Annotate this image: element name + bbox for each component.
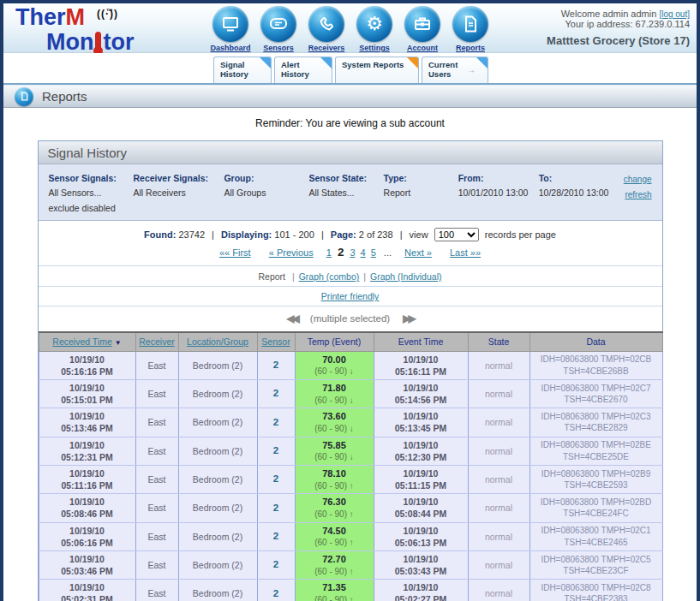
filter-label: Sensor State: [308,173,378,183]
cell-state: normal [468,379,529,408]
pagination-page-1[interactable]: 1 [326,247,332,258]
pagination-next[interactable]: Next » [404,247,432,258]
cell-received-time: 10/19/1005:03:46 PM [39,550,135,579]
logout-link[interactable]: [log out] [659,9,690,19]
separator: | [363,271,366,282]
nav-account[interactable]: Account [401,6,444,52]
sort-descending-icon: ▼ [115,339,122,347]
cell-data: IDH=08063800 TMPH=02BDTSH=4CBE24FC [529,494,662,522]
cell-received-time: 10/19/1005:16:16 PM [39,351,135,379]
cell-data: IDH=08063800 TMPH=02B9TSH=4CBE2593 [529,465,662,493]
cell-received-time: 10/19/1005:12:31 PM [39,437,135,465]
cell-received-time: 10/19/1005:11:16 PM [39,465,135,493]
cell-receiver: East [135,465,178,493]
nav-dashboard[interactable]: Dashboard [209,6,252,52]
cell-received-time: 10/19/1005:02:31 PM [39,580,135,601]
nav-receivers[interactable]: Receivers [305,6,348,52]
cell-location-group: Bedroom (2) [178,522,257,550]
cell-location-group: Bedroom (2) [178,580,257,601]
filter-value: All Receivers [134,187,219,198]
cell-state: normal [468,351,529,379]
selector-next-icon[interactable]: ▶▶ [403,312,413,324]
column-header-sensor[interactable]: Sensor [257,332,295,351]
view-label: view [410,229,428,240]
cell-location-group: Bedroom (2) [178,408,257,437]
filter-label: To: [539,173,619,183]
filter-extra: exclude disabled [49,203,129,213]
pagination-last[interactable]: Last »» [450,247,481,258]
change-link[interactable]: change [624,175,652,184]
main-nav: DashboardSensorsReceivers⚙SettingsAccoun… [209,6,492,52]
view-mode-graph-combo[interactable]: Graph (combo) [299,271,360,282]
cell-sensor: 2 [257,580,295,601]
cell-event-time: 10/19/1005:08:44 PM [374,494,468,522]
tabs: Signal HistoryAlert HistorySystem Report… [213,57,488,83]
cell-data: IDH=08063800 TMPH=02BETSH=4CBE25DE [529,437,662,465]
gear-icon: ⚙ [356,6,392,42]
separator: | [400,229,403,240]
page-value: 2 of 238 [359,229,393,240]
printer-friendly-link[interactable]: Printer friendly [321,291,380,301]
cell-event-time: 10/19/1005:12:30 PM [374,437,468,465]
tab-current-users[interactable]: Current Users→ [422,57,488,83]
page-label: Page: [331,229,356,240]
separator: | [212,229,214,240]
welcome-text: Welcome admin admin [561,9,657,19]
cell-temp-event: 70.00(60 - 90) ↓ [295,351,374,379]
filter-value: 10/01/2010 13:00 [458,187,534,198]
filter-value: 10/28/2010 13:00 [539,187,619,198]
cell-temp-event: 76.30(60 - 90) ↑ [295,494,374,522]
refresh-link[interactable]: refresh [624,190,652,199]
nav-sensors[interactable]: Sensors [257,6,300,52]
logo-text-m: M [66,4,86,30]
filter-value: All Groups [224,187,303,198]
pagination-previous[interactable]: « Previous [269,247,314,258]
filter-sensor-signals: Sensor Signals:All Sensors...exclude dis… [49,173,134,215]
pagination-page-5[interactable]: 5 [371,247,376,258]
cell-event-time: 10/19/1005:03:43 PM [374,550,468,579]
nav-settings[interactable]: ⚙Settings [353,6,396,52]
table-row: 10/19/1005:08:46 PMEastBedroom (2)276.30… [39,494,662,522]
cell-receiver: East [135,522,178,550]
cell-receiver: East [135,494,178,522]
cell-state: normal [468,408,529,437]
phone-icon [308,6,344,42]
records-per-page-select[interactable]: 100 [434,228,479,241]
selector-prev-icon[interactable]: ◀◀ [286,312,296,324]
cell-location-group: Bedroom (2) [178,465,257,493]
pagination-first[interactable]: «« First [219,247,251,258]
column-header-location-group[interactable]: Location/Group [178,332,257,351]
table-header-row: Received Time▼ReceiverLocation/GroupSens… [39,332,662,351]
table-row: 10/19/1005:15:01 PMEastBedroom (2)271.80… [39,379,662,408]
tab-corner-fold [260,57,271,68]
filter-type: Type:Report [384,173,458,215]
cell-temp-event: 71.80(60 - 90) ↓ [295,379,374,408]
tab-alert-history[interactable]: Alert History [274,57,332,83]
nav-label: Reports [449,44,492,52]
cell-state: normal [468,580,529,601]
cell-state: normal [468,494,529,522]
cell-temp-event: 72.70(60 - 90) ↑ [295,550,374,579]
table-row: 10/19/1005:16:16 PMEastBedroom (2)270.00… [39,351,662,379]
pagination-page-3[interactable]: 3 [350,247,355,258]
cell-temp-event: 75.85(60 - 90) ↓ [295,437,374,465]
welcome-block: Welcome admin admin [log out] Your ip ad… [547,9,690,47]
cell-state: normal [468,465,529,493]
trademark-symbol: ™ [106,8,113,15]
filter-group: Group:All Groups [224,173,308,215]
signal-history-table: Received Time▼ReceiverLocation/GroupSens… [39,331,663,601]
filter-label: Type: [384,173,453,183]
cell-sensor: 2 [257,437,295,465]
table-row: 10/19/1005:11:16 PMEastBedroom (2)278.10… [39,465,662,493]
table-row: 10/19/1005:13:46 PMEastBedroom (2)273.60… [39,408,662,437]
column-header-receiver[interactable]: Receiver [135,332,178,351]
tab-signal-history[interactable]: Signal History [213,57,272,83]
cell-event-time: 10/19/1005:11:15 PM [374,465,468,493]
table-row: 10/19/1005:06:16 PMEastBedroom (2)274.50… [39,522,662,550]
nav-reports[interactable]: Reports [449,6,492,52]
column-header-received-time[interactable]: Received Time▼ [39,332,135,351]
view-mode-graph-individual[interactable]: Graph (Individual) [370,271,441,282]
pagination-page-4[interactable]: 4 [361,247,366,258]
column-header-event-time: Event Time [374,332,468,351]
tab-system-reports[interactable]: System Reports [335,57,419,83]
